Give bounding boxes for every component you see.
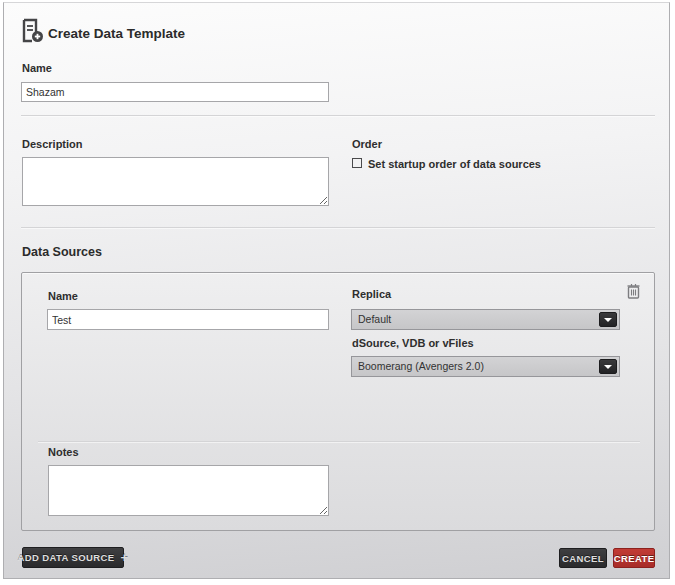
- description-label: Description: [22, 139, 83, 150]
- source-name-label: Name: [48, 291, 78, 302]
- data-source-card: Name Replica Default dSource, VDB or vFi…: [21, 272, 655, 531]
- create-label: CREATE: [614, 553, 655, 564]
- plus-icon: +: [121, 553, 129, 562]
- add-data-source-button[interactable]: ADD DATA SOURCE +: [22, 547, 124, 568]
- divider: [21, 227, 655, 229]
- add-data-source-label: ADD DATA SOURCE: [17, 552, 114, 563]
- page-title: Create Data Template: [48, 26, 185, 41]
- document-add-icon: [19, 18, 44, 43]
- notes-textarea[interactable]: [48, 465, 329, 516]
- dropdown-caret-icon[interactable]: [599, 312, 617, 327]
- order-label: Order: [352, 139, 382, 150]
- description-textarea[interactable]: [22, 157, 329, 206]
- source-name-input[interactable]: [47, 309, 329, 330]
- notes-label: Notes: [48, 447, 79, 458]
- startup-order-checkbox-label[interactable]: Set startup order of data sources: [368, 159, 541, 170]
- template-name-label: Name: [22, 63, 52, 74]
- create-data-template-dialog: Create Data Template Name Description Or…: [3, 2, 670, 579]
- trash-icon[interactable]: [627, 283, 640, 299]
- dsource-label: dSource, VDB or vFiles: [352, 338, 474, 349]
- data-sources-heading: Data Sources: [22, 245, 102, 259]
- dropdown-caret-icon[interactable]: [599, 359, 617, 374]
- replica-label: Replica: [352, 289, 391, 300]
- dsource-selected-value: Boomerang (Avengers 2.0): [358, 360, 484, 372]
- template-name-input[interactable]: [21, 82, 329, 102]
- divider: [21, 115, 655, 117]
- replica-select[interactable]: Default: [351, 309, 620, 330]
- cancel-button[interactable]: CANCEL: [559, 548, 607, 568]
- replica-selected-value: Default: [358, 313, 391, 325]
- startup-order-checkbox[interactable]: [352, 158, 362, 168]
- cancel-label: CANCEL: [562, 553, 604, 564]
- create-button[interactable]: CREATE: [613, 548, 655, 568]
- divider: [38, 441, 640, 443]
- dsource-select[interactable]: Boomerang (Avengers 2.0): [351, 356, 620, 377]
